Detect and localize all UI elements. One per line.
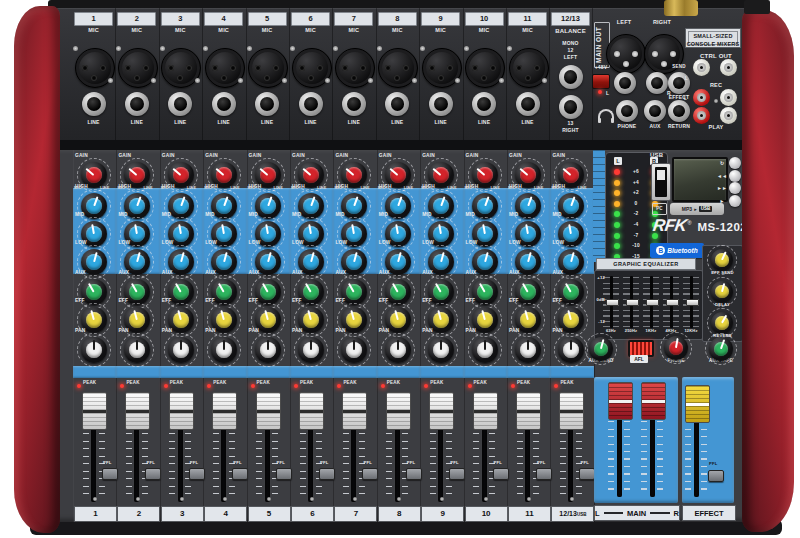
peak-led [164, 384, 168, 388]
pan-knob[interactable] [255, 337, 281, 363]
effect-fader-section: PFL [682, 377, 734, 503]
channel-fader-handle[interactable] [516, 392, 541, 430]
gain-line-label: LINE [360, 186, 369, 190]
aux-knob[interactable] [472, 279, 498, 305]
strip-2: GAINMICLINEHIGHMIDLOWAUXEFFPANPEAKPFL2 [116, 150, 160, 522]
pan-knob[interactable] [515, 337, 541, 363]
xlr-pin [273, 65, 279, 71]
mode-button[interactable] [729, 157, 741, 169]
aux-knob[interactable] [211, 279, 237, 305]
aux-knob[interactable] [515, 279, 541, 305]
high-knob[interactable] [428, 193, 454, 219]
channel-fader-handle[interactable] [256, 392, 281, 430]
high-knob[interactable] [168, 193, 194, 219]
aux-knob[interactable] [298, 279, 324, 305]
prev-button[interactable] [729, 170, 741, 182]
high-knob[interactable] [472, 193, 498, 219]
aux-knob[interactable] [255, 279, 281, 305]
main-r-fader-handle[interactable] [641, 382, 666, 420]
high-knob[interactable] [255, 193, 281, 219]
high-knob[interactable] [341, 193, 367, 219]
balance-12-label: 12 [549, 48, 592, 54]
deco-band [507, 366, 550, 378]
aux-tape-knob[interactable] [709, 337, 733, 361]
aux-knob[interactable] [341, 279, 367, 305]
xlr-screw [247, 46, 252, 51]
aux-knob[interactable] [428, 279, 454, 305]
aux-send-knob[interactable] [589, 337, 613, 361]
high-knob[interactable] [385, 193, 411, 219]
high-knob[interactable] [81, 193, 107, 219]
geq-slider-handle[interactable] [686, 299, 699, 306]
pan-knob[interactable] [385, 337, 411, 363]
knob-label-pan: PAN [162, 328, 172, 333]
line-jack-input [168, 92, 192, 116]
channel-fader-handle[interactable] [212, 392, 237, 430]
line-label: LINE [463, 120, 506, 126]
aux-knob[interactable] [385, 279, 411, 305]
high-knob[interactable] [515, 193, 541, 219]
pan-knob[interactable] [298, 337, 324, 363]
pan-knob[interactable] [472, 337, 498, 363]
channel-number-box: 12/13USB [551, 506, 594, 522]
xlr-screw [464, 46, 469, 51]
channel-fader-handle[interactable] [82, 392, 107, 430]
left-side-panel [14, 6, 60, 533]
eff-send-knob[interactable] [711, 249, 733, 271]
xlr-screw [455, 78, 460, 83]
channel-fader-handle[interactable] [559, 392, 584, 430]
xlr-pin [429, 65, 435, 71]
send-label: SEND [668, 65, 690, 70]
pan-knob[interactable] [81, 337, 107, 363]
channel-fader-handle[interactable] [342, 392, 367, 430]
aux-knob[interactable] [558, 279, 584, 305]
aux-knob[interactable] [81, 279, 107, 305]
phantom-switch[interactable] [592, 74, 610, 89]
panel-screw [180, 497, 184, 501]
channel-number-header: 10 [465, 12, 504, 26]
next-button[interactable] [729, 182, 741, 194]
geq-slider-handle[interactable] [606, 299, 619, 306]
channel-fader-handle[interactable] [386, 392, 411, 430]
pfl-button[interactable] [579, 468, 595, 480]
meter-scale-value: +6 [622, 169, 650, 174]
main-l-fader-handle[interactable] [608, 382, 633, 420]
knob-label-eff: EFF [249, 298, 259, 303]
channel-fader-handle[interactable] [125, 392, 150, 430]
high-knob[interactable] [124, 193, 150, 219]
pan-knob[interactable] [124, 337, 150, 363]
pan-knob[interactable] [211, 337, 237, 363]
channel-fader-handle[interactable] [169, 392, 194, 430]
eff-knob-cap [216, 312, 232, 328]
geq-slider-handle[interactable] [646, 299, 659, 306]
effect-fader-handle[interactable] [685, 385, 710, 423]
aux-knob[interactable] [124, 279, 150, 305]
high-knob[interactable] [298, 193, 324, 219]
xlr-pin [230, 65, 236, 71]
geq-slider-handle[interactable] [666, 299, 679, 306]
channel-fader-handle[interactable] [473, 392, 498, 430]
effect-pfl-button[interactable] [708, 470, 724, 482]
peak-led [468, 384, 472, 388]
phone-knob[interactable] [664, 336, 688, 360]
play-button[interactable] [729, 195, 741, 207]
peak-label: PEAK [517, 381, 530, 386]
delay-knob[interactable] [711, 281, 733, 303]
pan-knob[interactable] [428, 337, 454, 363]
channel-fader-handle[interactable] [299, 392, 324, 430]
knob-label-eff: EFF [205, 298, 215, 303]
high-knob[interactable] [211, 193, 237, 219]
knob-label-pan: PAN [75, 328, 85, 333]
high-knob[interactable] [558, 193, 584, 219]
peak-led [554, 384, 558, 388]
channel-fader-handle[interactable] [429, 392, 454, 430]
meter-led-left [614, 243, 620, 249]
pan-knob[interactable] [168, 337, 194, 363]
aux-knob[interactable] [168, 279, 194, 305]
reverb-knob[interactable] [711, 312, 733, 334]
headphone-icon [598, 109, 614, 119]
knob-label-mid: MID [162, 212, 171, 217]
geq-slider-handle[interactable] [626, 299, 639, 306]
panel-screw [440, 497, 444, 501]
pan-knob[interactable] [341, 337, 367, 363]
